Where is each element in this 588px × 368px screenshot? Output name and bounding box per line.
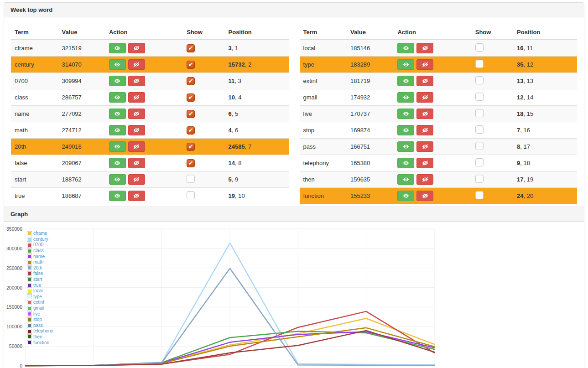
show-series-button[interactable]	[109, 158, 126, 168]
table-row-class[interactable]: class286757✔10, 4	[11, 89, 289, 106]
table-row-start[interactable]: start1887625, 9	[11, 171, 289, 188]
hide-series-button[interactable]	[128, 109, 145, 119]
hide-series-button[interactable]	[416, 174, 433, 185]
legend-item-local: local	[27, 288, 53, 294]
show-series-button[interactable]	[397, 43, 414, 53]
show-checkbox[interactable]	[475, 60, 484, 68]
color-fill	[28, 255, 31, 258]
show-checkbox[interactable]	[187, 175, 195, 183]
hide-series-button[interactable]	[416, 109, 433, 119]
table-row-20th[interactable]: 20th249016✔24585, 7	[11, 139, 289, 155]
show-checkbox[interactable]	[475, 158, 484, 166]
hide-series-button[interactable]	[416, 191, 433, 201]
hide-series-button[interactable]	[128, 191, 145, 201]
show-checkbox[interactable]	[475, 125, 484, 134]
position-cell: 18, 15	[513, 106, 577, 122]
hide-series-button[interactable]	[416, 141, 433, 152]
show-checkbox[interactable]: ✔	[187, 126, 195, 135]
show-checkbox[interactable]	[475, 175, 484, 183]
show-series-button[interactable]	[397, 92, 414, 103]
eye-slash-icon	[133, 177, 140, 182]
table-row-live[interactable]: live17073718, 15	[300, 106, 578, 122]
show-series-button[interactable]	[109, 125, 126, 135]
table-row-local[interactable]: local18514616, 11	[300, 40, 578, 57]
legend-color-swatch	[27, 260, 32, 265]
table-row-century[interactable]: century314070✔15732, 2	[11, 57, 289, 73]
show-checkbox[interactable]	[475, 43, 484, 52]
show-checkbox[interactable]: ✔	[187, 93, 195, 102]
show-series-button[interactable]	[109, 191, 126, 201]
show-checkbox[interactable]	[475, 93, 484, 101]
y-axis-tick-label: 50000	[9, 343, 22, 349]
hide-series-button[interactable]	[128, 76, 145, 86]
hide-series-button[interactable]	[416, 59, 433, 70]
table-row-then[interactable]: then15963517, 19	[300, 171, 578, 188]
legend-label: math	[33, 260, 43, 264]
table-row-math[interactable]: math274712✔4, 6	[11, 122, 289, 139]
legend-color-swatch	[27, 300, 32, 305]
show-series-button[interactable]	[397, 59, 414, 70]
column-header-term: Term	[11, 24, 58, 40]
show-series-button[interactable]	[109, 59, 126, 70]
table-row-cframe[interactable]: cframe321519✔3, 1	[11, 40, 289, 57]
value-cell: 181719	[347, 73, 394, 89]
show-checkbox[interactable]	[475, 142, 484, 150]
show-checkbox[interactable]: ✔	[187, 143, 195, 151]
column-header-action: Action	[394, 24, 471, 40]
show-checkbox[interactable]	[475, 76, 484, 84]
show-series-button[interactable]	[397, 125, 414, 135]
show-series-button[interactable]	[109, 92, 126, 103]
hide-series-button[interactable]	[128, 43, 145, 53]
show-series-button[interactable]	[397, 76, 414, 86]
table-row-false[interactable]: false209067✔14, 8	[11, 155, 289, 171]
table-row-type[interactable]: type18328935, 12	[300, 57, 578, 73]
table-row-true[interactable]: true18868719, 10	[11, 188, 289, 204]
show-series-button[interactable]	[109, 109, 126, 119]
hide-series-button[interactable]	[416, 76, 433, 86]
show-series-button[interactable]	[397, 158, 414, 168]
column-header-value: Value	[347, 24, 394, 40]
position-cell: 35, 12	[513, 57, 577, 73]
show-checkbox[interactable]	[475, 109, 484, 117]
hide-series-button[interactable]	[416, 125, 433, 135]
show-series-button[interactable]	[397, 191, 414, 201]
action-cell	[394, 155, 471, 171]
show-checkbox[interactable]: ✔	[187, 61, 195, 69]
table-row-pass[interactable]: pass1667518, 17	[300, 139, 578, 155]
hide-series-button[interactable]	[128, 125, 145, 135]
hide-series-button[interactable]	[416, 43, 433, 53]
hide-series-button[interactable]	[128, 59, 145, 70]
show-series-button[interactable]	[397, 141, 414, 152]
show-checkbox[interactable]	[475, 191, 484, 199]
show-checkbox[interactable]: ✔	[187, 77, 195, 85]
hide-series-button[interactable]	[128, 174, 145, 185]
show-series-button[interactable]	[397, 109, 414, 119]
hide-series-button[interactable]	[128, 92, 145, 103]
table-row-0700[interactable]: 0700309994✔11, 3	[11, 73, 289, 89]
table-row-name[interactable]: name277092✔6, 5	[11, 106, 289, 122]
show-series-button[interactable]	[397, 174, 414, 185]
show-series-button[interactable]	[109, 141, 126, 152]
table-row-gmail[interactable]: gmail17493212, 14	[300, 89, 578, 106]
hide-series-button[interactable]	[416, 92, 433, 103]
show-checkbox[interactable]: ✔	[187, 110, 195, 118]
table-row-stop[interactable]: stop1698747, 16	[300, 122, 578, 139]
table-row-telephony[interactable]: telephony1653809, 18	[300, 155, 578, 171]
value-cell: 166751	[347, 139, 394, 155]
show-checkbox[interactable]	[187, 191, 195, 199]
show-checkbox[interactable]: ✔	[187, 44, 195, 52]
eye-slash-icon	[422, 161, 428, 166]
position-secondary: , 10	[235, 192, 245, 199]
hide-series-button[interactable]	[416, 158, 433, 168]
hide-series-button[interactable]	[128, 158, 145, 168]
hide-series-button[interactable]	[128, 141, 145, 152]
table-row-extinf[interactable]: extinf18171913, 13	[300, 73, 578, 89]
show-checkbox[interactable]: ✔	[187, 159, 195, 167]
show-series-button[interactable]	[109, 43, 126, 53]
show-series-button[interactable]	[109, 76, 126, 86]
position-secondary: , 8	[235, 160, 241, 166]
show-series-button[interactable]	[109, 174, 126, 185]
value-cell: 169874	[347, 122, 394, 139]
words-panel-body: TermValueActionShowPositioncframe321519✔…	[4, 17, 584, 214]
table-row-function[interactable]: function15523324, 20	[300, 188, 578, 204]
